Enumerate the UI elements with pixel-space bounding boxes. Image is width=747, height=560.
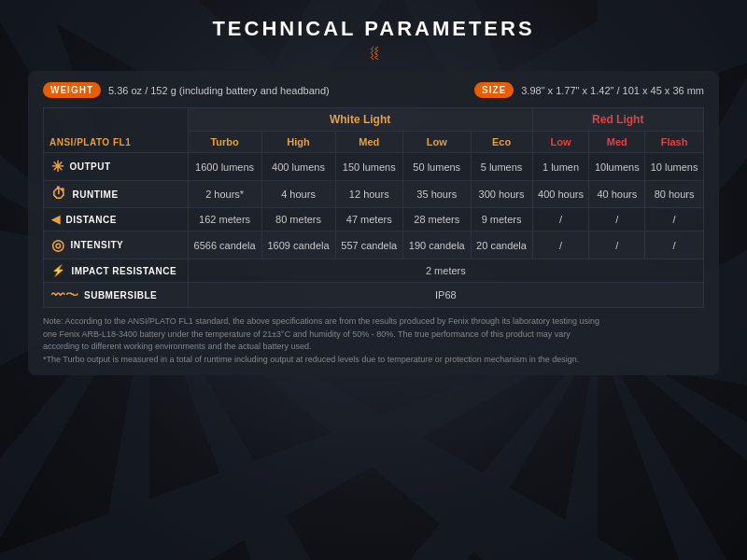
intensity-eco: 20 candela [471,231,532,259]
output-eco: 5 lumens [471,153,532,181]
runtime-row: RUNTIME 2 hours* 4 hours 12 hours 35 hou… [44,181,704,208]
note-line-4: *The Turbo output is measured in a total… [43,355,579,364]
col-high: High [261,132,335,153]
runtime-red-med: 40 hours [589,181,645,208]
output-low: 50 lumens [403,153,472,181]
distance-icon [51,213,61,226]
col-turbo: Turbo [188,132,261,153]
runtime-icon [51,186,67,203]
submersible-label: 〜 SUBMERSIBLE [44,283,189,308]
note-line-1: Note: According to the ANSI/PLATO FL1 st… [43,316,599,326]
col-low-white: Low [403,132,472,153]
output-red-flash: 10 lumens [645,153,704,181]
impact-label: IMPACT RESISTANCE [44,259,189,283]
output-high: 400 lumens [261,153,335,181]
output-red-med: 10lumens [589,153,645,181]
specs-card: WEIGHT 5.36 oz / 152 g (including batter… [28,71,719,375]
ansi-header: ANSI/PLATO FL1 [44,108,189,153]
runtime-red-flash: 80 hours [645,181,704,208]
distance-label: DISTANCE [44,208,189,231]
note-line-2: one Fenix ARB-L18-3400 battery under the… [43,329,571,339]
main-content: TECHNICAL PARAMETERS ⧛ WEIGHT 5.36 oz / … [0,0,747,385]
intensity-row: INTENSITY 6566 candela 1609 candela 557 … [44,231,704,259]
note-line-3: according to different working environme… [43,342,312,351]
intensity-red-low: / [532,231,589,259]
distance-turbo: 162 meters [188,208,261,231]
runtime-med: 12 hours [335,181,403,208]
size-spec: SIZE 3.98" x 1.77" x 1.42" / 101 x 45 x … [474,82,704,98]
distance-eco: 9 meters [471,208,532,231]
submersible-value: IP68 [188,283,703,308]
runtime-low: 35 hours [403,181,472,208]
col-med-white: Med [335,132,403,153]
intensity-med: 557 candela [335,231,403,259]
output-icon [51,158,64,175]
runtime-high: 4 hours [261,181,335,208]
intensity-label: INTENSITY [44,231,189,259]
col-flash: Flash [645,132,704,153]
chevron-icon: ⧛ [365,45,382,62]
impact-value: 2 meters [188,259,703,283]
output-row: OUTPUT 1600 lumens 400 lumens 150 lumens… [44,153,704,181]
size-badge-label: SIZE [474,82,514,98]
submersible-icon: 〜 [51,287,78,302]
output-med: 150 lumens [335,153,403,181]
output-red-low: 1 lumen [532,153,589,181]
col-med-red: Med [589,132,645,153]
size-value: 3.98" x 1.77" x 1.42" / 101 x 45 x 36 mm [521,85,704,96]
intensity-red-flash: / [645,231,704,259]
impact-icon [51,264,66,277]
intensity-high: 1609 candela [261,231,335,259]
white-light-header: White Light [188,108,532,132]
submersible-row: 〜 SUBMERSIBLE IP68 [44,283,704,308]
red-light-header: Red Light [532,108,703,132]
distance-red-med: / [589,208,645,231]
distance-red-low: / [532,208,589,231]
page-title: TECHNICAL PARAMETERS [212,17,534,41]
col-low-red: Low [532,132,589,153]
top-specs-row: WEIGHT 5.36 oz / 152 g (including batter… [43,82,704,98]
runtime-turbo: 2 hours* [188,181,261,208]
distance-red-flash: / [645,208,704,231]
weight-spec: WEIGHT 5.36 oz / 152 g (including batter… [43,82,330,98]
impact-row: IMPACT RESISTANCE 2 meters [44,259,704,283]
distance-low: 28 meters [403,208,472,231]
weight-value: 5.36 oz / 152 g (including battery and h… [108,85,330,96]
output-label: OUTPUT [44,153,189,181]
col-eco: Eco [471,132,532,153]
runtime-red-low: 400 hours [532,181,589,208]
notes-section: Note: According to the ANSI/PLATO FL1 st… [43,315,704,366]
output-turbo: 1600 lumens [188,153,261,181]
distance-high: 80 meters [261,208,335,231]
distance-med: 47 meters [335,208,403,231]
distance-row: DISTANCE 162 meters 80 meters 47 meters … [44,208,704,231]
intensity-low: 190 candela [403,231,472,259]
weight-badge-label: WEIGHT [43,82,101,98]
intensity-red-med: / [589,231,645,259]
runtime-label: RUNTIME [44,181,189,208]
runtime-eco: 300 hours [471,181,532,208]
intensity-icon [51,236,65,254]
intensity-turbo: 6566 candela [188,231,261,259]
params-table: ANSI/PLATO FL1 White Light Red Light Tur… [43,107,704,308]
